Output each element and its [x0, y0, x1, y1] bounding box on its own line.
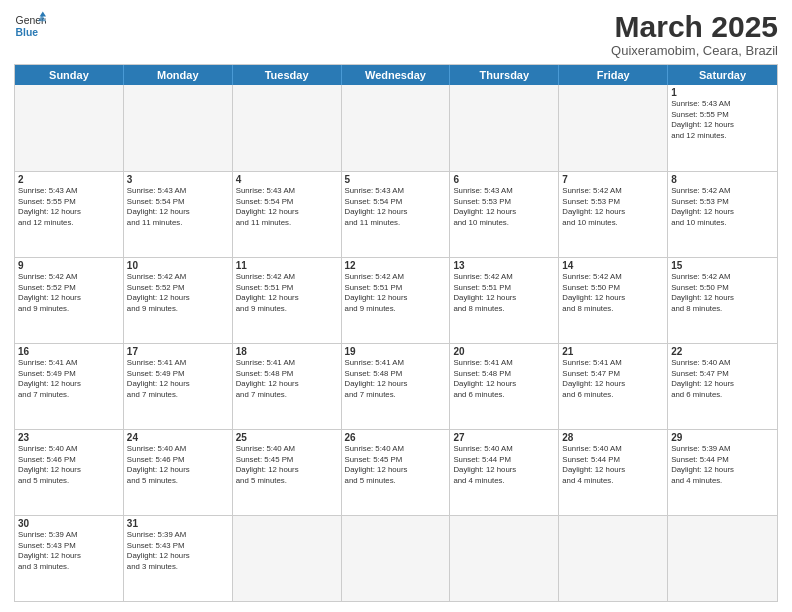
day-info: Sunrise: 5:42 AMSunset: 5:51 PMDaylight:… — [345, 272, 447, 314]
day-info: Sunrise: 5:40 AMSunset: 5:47 PMDaylight:… — [671, 358, 774, 400]
week-row-4: 23Sunrise: 5:40 AMSunset: 5:46 PMDayligh… — [15, 429, 777, 515]
calendar-day: 3Sunrise: 5:43 AMSunset: 5:54 PMDaylight… — [124, 172, 233, 257]
day-number: 22 — [671, 346, 774, 357]
calendar-day: 17Sunrise: 5:41 AMSunset: 5:49 PMDayligh… — [124, 344, 233, 429]
week-row-1: 2Sunrise: 5:43 AMSunset: 5:55 PMDaylight… — [15, 171, 777, 257]
calendar-day: 6Sunrise: 5:43 AMSunset: 5:53 PMDaylight… — [450, 172, 559, 257]
day-number: 15 — [671, 260, 774, 271]
calendar-day: 11Sunrise: 5:42 AMSunset: 5:51 PMDayligh… — [233, 258, 342, 343]
col-header-thursday: Thursday — [450, 65, 559, 85]
calendar-day: 30Sunrise: 5:39 AMSunset: 5:43 PMDayligh… — [15, 516, 124, 601]
day-number: 20 — [453, 346, 555, 357]
calendar-day: 10Sunrise: 5:42 AMSunset: 5:52 PMDayligh… — [124, 258, 233, 343]
calendar-day: 18Sunrise: 5:41 AMSunset: 5:48 PMDayligh… — [233, 344, 342, 429]
day-info: Sunrise: 5:41 AMSunset: 5:48 PMDaylight:… — [236, 358, 338, 400]
calendar-day: 16Sunrise: 5:41 AMSunset: 5:49 PMDayligh… — [15, 344, 124, 429]
calendar-day — [559, 516, 668, 601]
day-number: 19 — [345, 346, 447, 357]
week-row-3: 16Sunrise: 5:41 AMSunset: 5:49 PMDayligh… — [15, 343, 777, 429]
calendar-day: 27Sunrise: 5:40 AMSunset: 5:44 PMDayligh… — [450, 430, 559, 515]
calendar-day — [342, 516, 451, 601]
calendar-day: 8Sunrise: 5:42 AMSunset: 5:53 PMDaylight… — [668, 172, 777, 257]
calendar-day — [233, 85, 342, 171]
page-header: General Blue March 2025 Quixeramobim, Ce… — [14, 10, 778, 58]
day-number: 1 — [671, 87, 774, 98]
day-info: Sunrise: 5:42 AMSunset: 5:53 PMDaylight:… — [562, 186, 664, 228]
logo: General Blue — [14, 10, 46, 42]
calendar-day: 19Sunrise: 5:41 AMSunset: 5:48 PMDayligh… — [342, 344, 451, 429]
col-header-friday: Friday — [559, 65, 668, 85]
day-info: Sunrise: 5:43 AMSunset: 5:54 PMDaylight:… — [345, 186, 447, 228]
calendar-day: 12Sunrise: 5:42 AMSunset: 5:51 PMDayligh… — [342, 258, 451, 343]
calendar-day: 21Sunrise: 5:41 AMSunset: 5:47 PMDayligh… — [559, 344, 668, 429]
calendar: SundayMondayTuesdayWednesdayThursdayFrid… — [14, 64, 778, 602]
day-number: 24 — [127, 432, 229, 443]
calendar-day: 4Sunrise: 5:43 AMSunset: 5:54 PMDaylight… — [233, 172, 342, 257]
week-row-0: 1Sunrise: 5:43 AMSunset: 5:55 PMDaylight… — [15, 85, 777, 171]
day-info: Sunrise: 5:43 AMSunset: 5:55 PMDaylight:… — [18, 186, 120, 228]
day-info: Sunrise: 5:42 AMSunset: 5:51 PMDaylight:… — [453, 272, 555, 314]
day-info: Sunrise: 5:39 AMSunset: 5:43 PMDaylight:… — [127, 530, 229, 572]
day-number: 25 — [236, 432, 338, 443]
calendar-day: 1Sunrise: 5:43 AMSunset: 5:55 PMDaylight… — [668, 85, 777, 171]
day-number: 12 — [345, 260, 447, 271]
day-info: Sunrise: 5:41 AMSunset: 5:49 PMDaylight:… — [127, 358, 229, 400]
svg-marker-2 — [40, 12, 46, 17]
day-info: Sunrise: 5:43 AMSunset: 5:54 PMDaylight:… — [236, 186, 338, 228]
day-number: 17 — [127, 346, 229, 357]
title-block: March 2025 Quixeramobim, Ceara, Brazil — [611, 10, 778, 58]
col-header-wednesday: Wednesday — [342, 65, 451, 85]
calendar-day: 29Sunrise: 5:39 AMSunset: 5:44 PMDayligh… — [668, 430, 777, 515]
day-number: 21 — [562, 346, 664, 357]
calendar-day: 20Sunrise: 5:41 AMSunset: 5:48 PMDayligh… — [450, 344, 559, 429]
calendar-day: 22Sunrise: 5:40 AMSunset: 5:47 PMDayligh… — [668, 344, 777, 429]
day-info: Sunrise: 5:41 AMSunset: 5:48 PMDaylight:… — [345, 358, 447, 400]
day-number: 11 — [236, 260, 338, 271]
day-number: 13 — [453, 260, 555, 271]
calendar-day — [15, 85, 124, 171]
calendar-day — [342, 85, 451, 171]
day-number: 30 — [18, 518, 120, 529]
calendar-day: 15Sunrise: 5:42 AMSunset: 5:50 PMDayligh… — [668, 258, 777, 343]
calendar-day — [233, 516, 342, 601]
day-info: Sunrise: 5:42 AMSunset: 5:50 PMDaylight:… — [671, 272, 774, 314]
col-header-monday: Monday — [124, 65, 233, 85]
day-info: Sunrise: 5:40 AMSunset: 5:44 PMDaylight:… — [562, 444, 664, 486]
day-number: 28 — [562, 432, 664, 443]
calendar-day: 7Sunrise: 5:42 AMSunset: 5:53 PMDaylight… — [559, 172, 668, 257]
day-info: Sunrise: 5:41 AMSunset: 5:48 PMDaylight:… — [453, 358, 555, 400]
day-number: 29 — [671, 432, 774, 443]
day-info: Sunrise: 5:41 AMSunset: 5:49 PMDaylight:… — [18, 358, 120, 400]
day-number: 5 — [345, 174, 447, 185]
day-number: 31 — [127, 518, 229, 529]
svg-text:Blue: Blue — [16, 27, 39, 38]
calendar-day: 9Sunrise: 5:42 AMSunset: 5:52 PMDaylight… — [15, 258, 124, 343]
calendar-day: 28Sunrise: 5:40 AMSunset: 5:44 PMDayligh… — [559, 430, 668, 515]
day-number: 18 — [236, 346, 338, 357]
calendar-day — [124, 85, 233, 171]
day-number: 2 — [18, 174, 120, 185]
calendar-day: 31Sunrise: 5:39 AMSunset: 5:43 PMDayligh… — [124, 516, 233, 601]
day-info: Sunrise: 5:42 AMSunset: 5:51 PMDaylight:… — [236, 272, 338, 314]
day-number: 6 — [453, 174, 555, 185]
calendar-header-row: SundayMondayTuesdayWednesdayThursdayFrid… — [15, 65, 777, 85]
day-info: Sunrise: 5:42 AMSunset: 5:50 PMDaylight:… — [562, 272, 664, 314]
calendar-day: 25Sunrise: 5:40 AMSunset: 5:45 PMDayligh… — [233, 430, 342, 515]
day-number: 14 — [562, 260, 664, 271]
calendar-title: March 2025 — [611, 10, 778, 43]
col-header-saturday: Saturday — [668, 65, 777, 85]
day-number: 9 — [18, 260, 120, 271]
day-info: Sunrise: 5:42 AMSunset: 5:52 PMDaylight:… — [18, 272, 120, 314]
day-info: Sunrise: 5:42 AMSunset: 5:53 PMDaylight:… — [671, 186, 774, 228]
day-info: Sunrise: 5:40 AMSunset: 5:46 PMDaylight:… — [127, 444, 229, 486]
col-header-tuesday: Tuesday — [233, 65, 342, 85]
day-number: 27 — [453, 432, 555, 443]
calendar-day: 13Sunrise: 5:42 AMSunset: 5:51 PMDayligh… — [450, 258, 559, 343]
calendar-day — [450, 516, 559, 601]
week-row-2: 9Sunrise: 5:42 AMSunset: 5:52 PMDaylight… — [15, 257, 777, 343]
day-number: 26 — [345, 432, 447, 443]
day-info: Sunrise: 5:39 AMSunset: 5:44 PMDaylight:… — [671, 444, 774, 486]
day-info: Sunrise: 5:40 AMSunset: 5:46 PMDaylight:… — [18, 444, 120, 486]
day-info: Sunrise: 5:41 AMSunset: 5:47 PMDaylight:… — [562, 358, 664, 400]
day-number: 23 — [18, 432, 120, 443]
